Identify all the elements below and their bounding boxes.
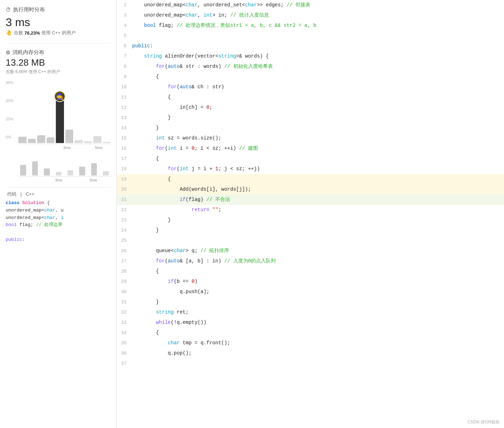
line-content-8: for(auto& str : words) // 初始化入度哈希表 [132, 61, 504, 71]
code-line-3: 3 unordered_map<char, int> in; // 统计入度信息 [117, 10, 504, 20]
line-content-5 [132, 31, 504, 41]
line-content-15: int sz = words.size(); [132, 133, 504, 143]
bar-4 [47, 137, 55, 143]
line-num-3: 3 [117, 11, 132, 20]
code-line-15: 15 int sz = words.size(); [117, 133, 504, 143]
line-content-6: public: [132, 41, 504, 51]
chart-y-labels: 30% 20% 10% 0% [6, 81, 13, 139]
bar-group-1 [18, 137, 27, 143]
line-num-22: 22 [117, 205, 132, 215]
line-num-20: 20 [117, 185, 132, 195]
line-num-15: 15 [117, 133, 132, 143]
code-line-7: 7 string alienOrder(vector<string>& word… [117, 51, 504, 61]
preview-line-2: unordered_map<char, u [6, 207, 111, 214]
bar-group-9 [93, 136, 101, 143]
line-content-22: return ""; [132, 205, 504, 215]
time-section-title: ⏱ 执行用时分布 [6, 6, 111, 13]
line-content-29: if(b == 0) [132, 277, 504, 286]
line-num-13: 13 [117, 113, 132, 123]
bar-group-7 [75, 140, 83, 143]
line-content-17: { [132, 154, 504, 164]
line-content-11: { [132, 92, 504, 102]
line-content-26: queue<char> q; // 拓扑排序 [132, 246, 504, 256]
line-content-12: in[ch] = 0; [132, 102, 504, 112]
code-lang-label: 代码 | C++ [6, 191, 111, 197]
line-content-13: } [132, 113, 504, 123]
line-num-18: 18 [117, 164, 132, 174]
code-editor[interactable]: 2 unordered_map<char, unordered_set<char… [117, 0, 504, 428]
line-content-19: { [132, 174, 504, 184]
code-line-8: 8 for(auto& str : words) // 初始化入度哈希表 [117, 61, 504, 72]
code-line-31: 31 } [117, 297, 504, 307]
line-content-20: Add(words[i], words[j]); [132, 184, 504, 194]
line-content-4: bool flag; // 处理边界情况，类似str1 = a, b, c &&… [132, 20, 504, 30]
code-preview-section: 代码 | C++ class Solution { unordered_map<… [6, 187, 111, 244]
bar2-4 [54, 155, 63, 176]
bar-group-3 [37, 135, 45, 143]
line-num-28: 28 [117, 267, 132, 277]
mem-value: 13.28 MB [6, 57, 111, 68]
code-line-30: 30 q.push(a); [117, 287, 504, 297]
line-num-12: 12 [117, 103, 132, 113]
line-num-17: 17 [117, 154, 132, 164]
bar-2 [28, 139, 36, 143]
bar-8 [84, 141, 92, 143]
line-content-35: char tmp = q.front(); [132, 338, 504, 348]
bar-7 [75, 140, 83, 143]
line-num-29: 29 [117, 277, 132, 287]
watermark: CSDN @GR鲢鱼 [467, 419, 500, 425]
code-line-20: 20 Add(words[i], words[j]); [117, 184, 504, 195]
code-preview: class Solution { unordered_map<char, u u… [6, 200, 111, 244]
line-num-25: 25 [117, 236, 132, 246]
code-line-35: 35 char tmp = q.front(); [117, 338, 504, 348]
code-line-9: 9 { [117, 72, 504, 82]
code-line-34: 34 { [117, 328, 504, 338]
bar-1 [18, 137, 27, 143]
line-content-18: for(int j = i + 1; j < sz; ++j) [132, 164, 504, 174]
code-line-13: 13 } [117, 113, 504, 123]
code-line-19: 19 { [117, 174, 504, 184]
code-line-36: 36 q.pop(); [117, 348, 504, 358]
bar-group-4 [47, 137, 55, 143]
line-num-33: 33 [117, 318, 132, 328]
code-line-29: 29 if(b == 0) [117, 277, 504, 287]
code-line-18: 18 for(int j = i + 1; j < sz; ++j) [117, 164, 504, 174]
line-content-10: for(auto& ch : str) [132, 82, 504, 92]
code-line-32: 32 string ret; [117, 307, 504, 317]
bar-9 [93, 136, 101, 143]
line-content-31: } [132, 297, 504, 307]
bar2-1 [18, 155, 28, 176]
code-line-6: 6public: [117, 41, 504, 51]
code-line-33: 33 while(!q.empty()) [117, 317, 504, 328]
line-content-3: unordered_map<char, int> in; // 统计入度信息 [132, 10, 504, 20]
line-num-35: 35 [117, 338, 132, 348]
line-num-31: 31 [117, 297, 132, 307]
line-num-9: 9 [117, 72, 132, 82]
x-labels: 3ms 5ms [31, 144, 111, 150]
code-line-28: 28 { [117, 266, 504, 277]
line-content-27: for(auto& [a, b] : in) // 入度为0的点入队列 [132, 256, 504, 266]
bar-3 [37, 135, 45, 143]
x-labels2: 3ms 5ms [18, 177, 111, 182]
line-num-10: 10 [117, 82, 132, 92]
time-hit-label: 🤚 击败 76.23% 使用 C++ 的用户 [6, 30, 111, 36]
line-num-23: 23 [117, 215, 132, 225]
code-line-25: 25 [117, 236, 504, 246]
bar-chart: 🧙 [18, 81, 111, 144]
bar2-8 [101, 155, 111, 176]
line-content-33: while(!q.empty()) [132, 317, 504, 327]
line-content-23: } [132, 215, 504, 225]
left-panel: ⏱ 执行用时分布 3 ms 🤚 击败 76.23% 使用 C++ 的用户 ⚙ 消… [0, 0, 117, 428]
line-content-25 [132, 236, 504, 245]
bar-6 [65, 130, 74, 143]
clock-icon: ⏱ [6, 7, 11, 13]
bar-active [56, 101, 64, 143]
code-line-16: 16 for(int i = 0; i < sz; ++i) // 建图 [117, 143, 504, 154]
line-num-34: 34 [117, 328, 132, 338]
code-line-21: 21 if(flag) // 不合法 [117, 195, 504, 205]
avatar-container: 🧙 [54, 91, 65, 102]
line-content-16: for(int i = 0; i < sz; ++i) // 建图 [132, 143, 504, 153]
preview-line-3: unordered_map<char, i [6, 214, 111, 222]
line-content-24: } [132, 225, 504, 235]
line-content-37 [132, 358, 504, 368]
